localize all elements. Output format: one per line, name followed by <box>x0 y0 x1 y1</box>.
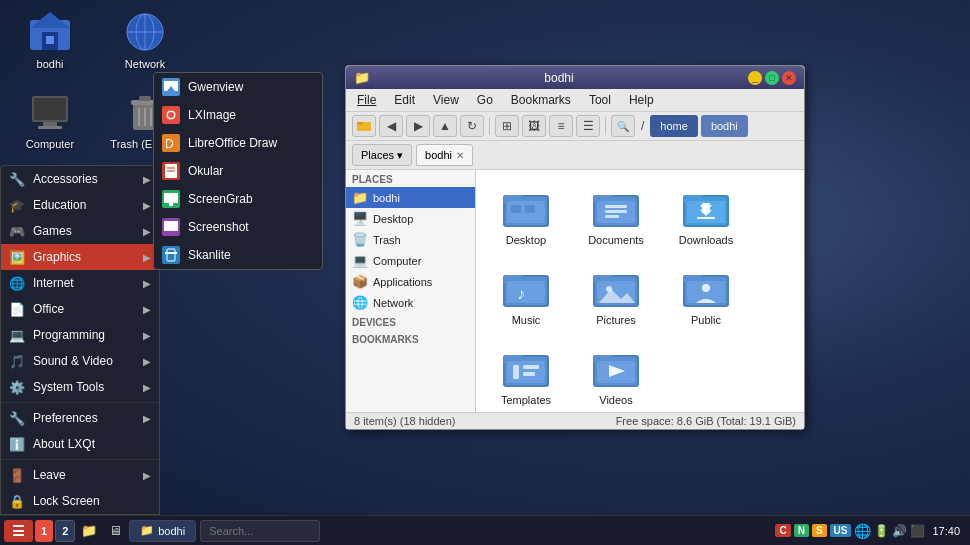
svg-rect-83 <box>523 372 535 376</box>
submenu-libreoffice-draw[interactable]: D LibreOffice Draw <box>154 129 322 157</box>
fm-sidebar-computer[interactable]: 💻 Computer <box>346 250 475 271</box>
fm-sidebar-trash-icon: 🗑️ <box>352 232 368 247</box>
taskbar-bodhi-window[interactable]: 📁 bodhi <box>129 520 196 542</box>
fm-details-button[interactable]: ☰ <box>576 115 600 137</box>
taskbar-files-icon[interactable]: 📁 <box>77 520 101 542</box>
workspace-2-button[interactable]: 2 <box>55 520 75 542</box>
svg-rect-44 <box>511 205 521 213</box>
games-icon: 🎮 <box>9 223 25 239</box>
accessories-icon: 🔧 <box>9 171 25 187</box>
fm-file-videos[interactable]: Videos <box>576 340 656 410</box>
fm-file-public[interactable]: Public <box>666 260 746 330</box>
tray-volume-icon: 🔊 <box>892 524 907 538</box>
fm-file-music[interactable]: ♪ Music <box>486 260 566 330</box>
fm-refresh-button[interactable]: ↻ <box>460 115 484 137</box>
submenu-screenshot[interactable]: Screenshot <box>154 213 322 241</box>
menu-item-programming[interactable]: 💻 Programming ▶ <box>1 322 159 348</box>
fm-menu-view[interactable]: View <box>430 91 462 109</box>
fm-filter-button[interactable]: 🔍 <box>611 115 635 137</box>
svg-point-23 <box>168 112 174 118</box>
fm-file-desktop[interactable]: Desktop <box>486 180 566 250</box>
computer-icon <box>28 90 72 134</box>
fm-file-music-label: Music <box>512 314 541 326</box>
menu-item-sound-video[interactable]: 🎵 Sound & Video ▶ <box>1 348 159 374</box>
fm-window-buttons: _ □ ✕ <box>748 71 796 85</box>
fm-folder-documents-icon <box>592 184 640 232</box>
fm-folder-music-icon: ♪ <box>502 264 550 312</box>
svg-rect-31 <box>164 193 178 203</box>
fm-list-view-button[interactable]: ≡ <box>549 115 573 137</box>
menu-item-leave[interactable]: 🚪 Leave ▶ <box>1 462 159 488</box>
fm-file-downloads-label: Downloads <box>679 234 733 246</box>
start-menu: 🔧 Accessories ▶ 🎓 Education ▶ 🎮 Games ▶ … <box>0 165 160 515</box>
fm-back-button[interactable]: ◀ <box>379 115 403 137</box>
fm-sidebar-desktop[interactable]: 🖥️ Desktop <box>346 208 475 229</box>
fm-menu-go[interactable]: Go <box>474 91 496 109</box>
fm-sidebar-bodhi[interactable]: 📁 bodhi <box>346 187 475 208</box>
fm-grid-view-button[interactable]: ⊞ <box>495 115 519 137</box>
fm-menu-help[interactable]: Help <box>626 91 657 109</box>
fm-maximize-button[interactable]: □ <box>765 71 779 85</box>
fm-file-documents[interactable]: Documents <box>576 180 656 250</box>
fm-menu-tool[interactable]: Tool <box>586 91 614 109</box>
submenu-gwenview[interactable]: Gwenview <box>154 73 322 101</box>
fm-folder-button[interactable] <box>352 115 376 137</box>
menu-item-preferences[interactable]: 🔧 Preferences ▶ <box>1 405 159 431</box>
workspace-1-button[interactable]: 1 <box>35 520 53 542</box>
start-button[interactable]: ☰ <box>4 520 33 542</box>
menu-item-games[interactable]: 🎮 Games ▶ <box>1 218 159 244</box>
taskbar-term-icon[interactable]: 🖥 <box>103 520 127 542</box>
taskbar-left: ☰ 1 2 📁 🖥 📁 bodhi <box>0 520 200 542</box>
fm-forward-button[interactable]: ▶ <box>406 115 430 137</box>
fm-places-button[interactable]: Places ▾ <box>352 144 412 166</box>
fm-sidebar-network[interactable]: 🌐 Network <box>346 292 475 313</box>
fm-menu-file[interactable]: File <box>354 91 379 109</box>
submenu-skanlite[interactable]: Skanlite <box>154 241 322 269</box>
fm-preview-button[interactable]: 🖼 <box>522 115 546 137</box>
fm-file-pictures[interactable]: Pictures <box>576 260 656 330</box>
fm-minimize-button[interactable]: _ <box>748 71 762 85</box>
network-desktop-icon[interactable]: Network <box>110 10 180 70</box>
fm-sidebar-applications[interactable]: 📦 Applications <box>346 271 475 292</box>
bodhi-icon <box>28 10 72 54</box>
menu-item-lock[interactable]: 🔒 Lock Screen <box>1 488 159 514</box>
menu-item-accessories[interactable]: 🔧 Accessories ▶ <box>1 166 159 192</box>
taskbar-search-input[interactable] <box>200 520 320 542</box>
fm-file-downloads[interactable]: Downloads <box>666 180 746 250</box>
menu-item-graphics[interactable]: 🖼️ Graphics ▶ Gwenview LXImage <box>1 244 159 270</box>
fm-file-templates[interactable]: Templates <box>486 340 566 410</box>
fm-content: Desktop Do <box>476 170 804 412</box>
fm-tab-close-button[interactable]: ✕ <box>456 150 464 161</box>
taskbar-right: C N S US 🌐 🔋 🔊 ⬛ 17:40 <box>769 523 970 539</box>
preferences-icon: 🔧 <box>9 410 25 426</box>
libreoffice-draw-icon: D <box>162 134 180 152</box>
fm-folder-public-icon <box>682 264 730 312</box>
svg-rect-10 <box>43 122 57 126</box>
fm-sidebar-trash[interactable]: 🗑️ Trash <box>346 229 475 250</box>
fm-titlebar: 📁 bodhi _ □ ✕ <box>346 66 804 89</box>
fm-menu-bookmarks[interactable]: Bookmarks <box>508 91 574 109</box>
menu-item-system-tools[interactable]: ⚙️ System Tools ▶ <box>1 374 159 400</box>
svg-rect-64 <box>507 281 545 303</box>
menu-item-office[interactable]: 📄 Office ▶ <box>1 296 159 322</box>
submenu-screengrab[interactable]: ScreenGrab <box>154 185 322 213</box>
computer-desktop-icon[interactable]: Computer <box>15 90 85 150</box>
fm-close-button[interactable]: ✕ <box>782 71 796 85</box>
menu-item-about[interactable]: ℹ️ About LXQt <box>1 431 159 457</box>
menu-item-education[interactable]: 🎓 Education ▶ <box>1 192 159 218</box>
fm-up-button[interactable]: ▲ <box>433 115 457 137</box>
fm-file-videos-label: Videos <box>599 394 632 406</box>
fm-title-text: bodhi <box>376 71 742 85</box>
menu-item-internet[interactable]: 🌐 Internet ▶ <box>1 270 159 296</box>
fm-bodhi-path-button[interactable]: bodhi <box>701 115 748 137</box>
svg-rect-34 <box>164 221 178 231</box>
fm-menu-edit[interactable]: Edit <box>391 91 418 109</box>
bodhi-desktop-icon[interactable]: bodhi <box>15 10 85 70</box>
svg-rect-52 <box>605 215 619 218</box>
fm-tab-bodhi[interactable]: bodhi ✕ <box>416 144 473 166</box>
taskbar-clock: 17:40 <box>928 525 964 537</box>
fm-home-path-button[interactable]: home <box>650 115 698 137</box>
submenu-lximage[interactable]: LXImage <box>154 101 322 129</box>
submenu-okular[interactable]: Okular <box>154 157 322 185</box>
svg-text:♪: ♪ <box>517 285 525 302</box>
